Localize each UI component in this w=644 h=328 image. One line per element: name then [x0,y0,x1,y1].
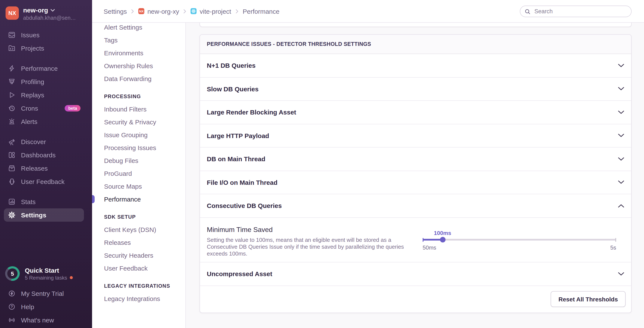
sidebar-item-label: Help [21,303,34,310]
beta-badge: beta [65,105,80,111]
detector-label: Slow DB Queries [207,85,259,93]
setting-label: Minimum Time Saved [207,226,273,233]
sidebar-item-user-feedback[interactable]: User Feedback [0,175,92,188]
breadcrumb-performance: Performance [243,8,280,15]
settings-nav-alert-settings[interactable]: Alert Settings [92,23,186,34]
minimum-time-saved-slider: 100ms 50ms 5s [422,230,616,251]
sidebar-item-projects[interactable]: Projects [0,42,92,55]
settings-nav-releases[interactable]: Releases [92,236,186,249]
content-area: PERFORMANCE ISSUES - DETECTOR THRESHOLD … [186,23,644,328]
search-box[interactable] [520,6,632,17]
sidebar-item-label: Settings [21,211,46,219]
sidebar-item-dashboards[interactable]: Dashboards [0,148,92,162]
telescope-icon [8,138,16,145]
chevron-down-icon [618,64,624,67]
breadcrumb-settings[interactable]: Settings [104,8,127,15]
settings-nav-client-keys[interactable]: Client Keys (DSN) [92,223,186,236]
siren-icon [8,118,16,125]
org-switcher[interactable]: NX new-org abdullah.khan@sen… [0,0,92,21]
archive-icon [8,165,16,172]
previous-panel-edge [200,23,632,27]
settings-nav-tags[interactable]: Tags [92,34,186,47]
sidebar-item-crons[interactable]: Crons beta [0,102,92,115]
slider-handle[interactable] [440,237,445,242]
settings-nav-security-privacy[interactable]: Security & Privacy [92,116,186,129]
sidebar-item-stats[interactable]: Stats [0,195,92,208]
chevron-down-icon [618,272,624,276]
settings-nav-performance[interactable]: Performance [92,193,186,206]
detector-row-n-plus-one-db-queries[interactable]: N+1 DB Queries [200,54,631,77]
slider-value: 100ms [434,230,451,236]
slider-max-tick [615,238,616,242]
gear-icon [8,211,16,219]
settings-nav-processing-issues[interactable]: Processing Issues [92,141,186,154]
detector-settings-panel: PERFORMANCE ISSUES - DETECTOR THRESHOLD … [200,34,632,313]
breadcrumb-org-label: new-org-xy [147,8,179,15]
settings-nav-data-forwarding[interactable]: Data Forwarding [92,72,186,85]
detector-row-db-on-main-thread[interactable]: DB on Main Thread [200,147,631,171]
quickstart-panel[interactable]: 5 Quick Start 5 Remaining tasks [5,266,92,281]
settings-nav-issue-grouping[interactable]: Issue Grouping [92,129,186,141]
settings-nav-user-feedback[interactable]: User Feedback [92,262,186,275]
detector-label: Consecutive DB Queries [207,202,282,210]
org-email: abdullah.khan@sen… [23,15,76,21]
issues-icon [8,31,16,39]
settings-nav-inbound-filters[interactable]: Inbound Filters [92,103,186,116]
sidebar-item-help[interactable]: ? Help [0,300,92,313]
chevron-down-icon [618,157,624,161]
search-input[interactable] [534,8,627,15]
consecutive-db-queries-settings: Minimum Time Saved Setting the value to … [200,218,631,262]
play-icon [8,91,16,99]
feedback-icon [8,178,16,186]
detector-row-consecutive-db-queries[interactable]: Consecutive DB Queries [200,194,631,218]
sidebar-item-whats-new[interactable]: What's new [0,313,92,327]
chevron-down-icon [618,181,624,184]
projects-icon [8,44,16,52]
sidebar-item-issues[interactable]: Issues [0,28,92,42]
sidebar-item-profiling[interactable]: Profiling [0,75,92,88]
settings-nav-debug-files[interactable]: Debug Files [92,154,186,167]
detector-row-uncompressed-asset[interactable]: Uncompressed Asset [200,262,631,286]
slider-min-label: 50ms [422,244,436,251]
panel-footer: Reset All Thresholds [200,286,631,312]
sidebar-item-performance[interactable]: Performance [0,62,92,75]
chevron-down-icon [618,111,624,114]
sidebar-item-releases[interactable]: Releases [0,162,92,175]
breadcrumb-project[interactable]: vite-project [191,8,231,15]
reset-all-thresholds-button[interactable]: Reset All Thresholds [551,291,626,307]
settings-nav-legacy-integrations[interactable]: Legacy Integrations [92,292,186,305]
bar-chart-icon [8,198,16,206]
detector-row-file-io-on-main-thread[interactable]: File I/O on Main Thread [200,171,631,194]
sidebar-bottom: 5 Quick Start 5 Remaining tasks My Sentr… [0,266,92,327]
settings-nav-section-processing: PROCESSING [92,90,186,103]
detector-label: Uncompressed Asset [207,270,272,278]
lightning-circle-icon [8,290,16,297]
detector-row-slow-db-queries[interactable]: Slow DB Queries [200,77,631,101]
detector-row-large-render-blocking-asset[interactable]: Large Render Blocking Asset [200,101,631,124]
settings-nav-source-maps[interactable]: Source Maps [92,180,186,193]
settings-nav-environments[interactable]: Environments [92,47,186,60]
sidebar-item-replays[interactable]: Replays [0,88,92,102]
chevron-down-icon [618,87,624,91]
settings-nav-ownership-rules[interactable]: Ownership Rules [92,60,186,72]
sidebar-item-my-sentry-trial[interactable]: My Sentry Trial [0,287,92,300]
chevron-down-icon [51,9,55,11]
sidebar-item-label: Performance [21,65,58,72]
settings-nav-proguard[interactable]: ProGuard [92,167,186,180]
lightning-icon [8,65,16,72]
slider-track[interactable] [422,239,616,241]
sidebar-item-label: Discover [21,138,46,145]
settings-nav-security-headers[interactable]: Security Headers [92,249,186,262]
detector-row-large-http-payload[interactable]: Large HTTP Payload [200,124,631,147]
clock-icon [8,104,16,112]
sidebar-item-label: Crons [21,105,38,112]
detector-label: N+1 DB Queries [207,62,256,69]
sidebar-item-alerts[interactable]: Alerts [0,115,92,128]
breadcrumb-organization[interactable]: NX new-org-xy [138,8,179,15]
detector-label: Large Render Blocking Asset [207,109,296,116]
broadcast-icon [8,316,16,324]
sidebar-item-discover[interactable]: Discover [0,135,92,148]
sidebar-item-label: Profiling [21,78,44,85]
slider-min-tick [422,238,424,242]
sidebar-item-settings[interactable]: Settings [4,208,84,222]
